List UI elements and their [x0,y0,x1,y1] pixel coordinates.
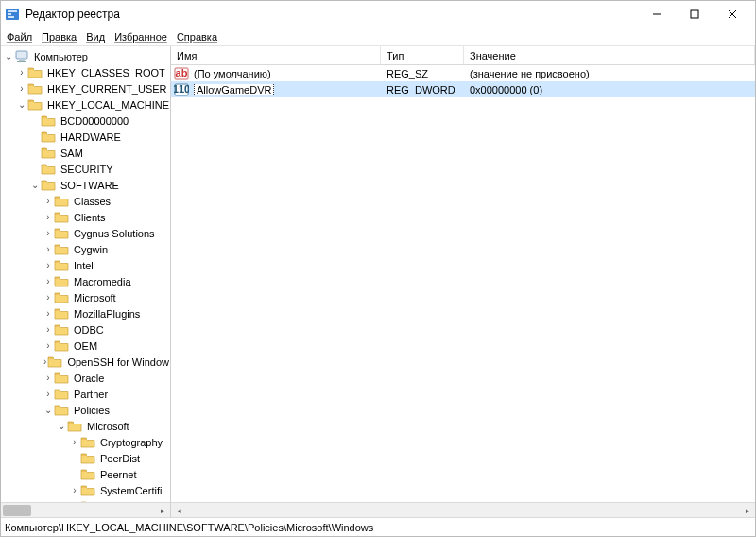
chevron-right-icon[interactable]: › [16,68,27,78]
tree-node[interactable]: ›Classes [1,193,170,209]
chevron-right-icon[interactable]: › [16,84,27,94]
chevron-right-icon[interactable]: › [69,438,80,447]
tree-node-label[interactable]: Cygwin [73,244,109,255]
app-window: Редактор реестра Файл Правка Вид Избранн… [0,0,756,537]
tree-node[interactable]: ›Peernet [1,466,170,482]
tree-node-label[interactable]: ODBC [73,324,105,336]
tree-node-label[interactable]: Cryptography [99,437,163,448]
tree-node[interactable]: ›MozillaPlugins [1,305,170,321]
titlebar[interactable]: Редактор реестра [1,1,755,27]
column-name[interactable]: Имя [171,46,381,64]
menu-help[interactable]: Справка [177,31,217,43]
tree-node-label[interactable]: Microsoft [73,292,117,303]
menu-favorites[interactable]: Избранное [114,31,167,43]
tree-node[interactable]: ›Partner [1,386,170,402]
chevron-down-icon[interactable]: ⌄ [29,181,41,190]
menu-edit[interactable]: Правка [42,31,77,43]
tree-node[interactable]: ›HKEY_CLASSES_ROOT [1,64,170,80]
tree-node[interactable]: ›Cygnus Solutions [1,225,170,241]
tree-node-label[interactable]: Policies [73,405,111,416]
tree-node[interactable]: ⌄Microsoft [1,418,170,434]
chevron-right-icon[interactable]: › [43,373,54,383]
tree-node[interactable]: ›Intel [1,257,170,273]
values-horizontal-scrollbar[interactable]: ◂▸ [171,502,755,517]
tree-node[interactable]: ›Clients [1,209,170,225]
tree-node[interactable]: ⌄Компьютер [1,48,170,64]
tree-node-label[interactable]: SOFTWARE [60,180,120,191]
values-header[interactable]: Имя Тип Значение [171,46,755,65]
chevron-down-icon[interactable]: ⌄ [16,100,27,110]
tree-node-label[interactable]: Microsoft [86,421,130,432]
tree-node[interactable]: ⌄Policies [1,402,170,418]
tree-node-label[interactable]: Oracle [73,372,105,384]
tree-node[interactable]: ›OEM [1,338,170,354]
chevron-right-icon[interactable]: › [43,261,54,270]
tree-node-label[interactable]: Classes [73,196,112,207]
tree-node[interactable]: ›SystemCertifi [1,482,170,498]
chevron-right-icon[interactable]: › [43,309,54,319]
menu-view[interactable]: Вид [86,31,105,43]
tree-node-label[interactable]: HKEY_CURRENT_USER [46,83,168,95]
tree-pane[interactable]: ⌄Компьютер›HKEY_CLASSES_ROOT›HKEY_CURREN… [1,46,171,517]
tree-horizontal-scrollbar[interactable]: ▸ [1,502,170,517]
tree-node[interactable]: ›SECURITY [1,161,170,177]
chevron-down-icon[interactable]: ⌄ [43,406,54,415]
tree-node[interactable]: ›Cygwin [1,241,170,257]
menu-file[interactable]: Файл [7,31,32,43]
chevron-right-icon[interactable]: › [69,486,80,495]
tree-node[interactable]: ›Oracle [1,370,170,386]
tree-node-label[interactable]: HARDWARE [60,131,122,143]
tree-node[interactable]: ›HARDWARE [1,129,170,145]
tree-node-label[interactable]: PeerDist [99,453,141,464]
tree-node[interactable]: ›BCD00000000 [1,113,170,129]
folder-icon [27,66,43,79]
value-row[interactable]: 110AllowGameDVRREG_DWORD0x00000000 (0) [171,81,755,97]
tree-node-label[interactable]: Intel [73,260,94,271]
chevron-right-icon[interactable]: › [43,213,54,222]
tree-node[interactable]: ›PeerDist [1,450,170,466]
tree-node[interactable]: ⌄HKEY_LOCAL_MACHINE [1,96,170,113]
chevron-right-icon[interactable]: › [43,245,54,254]
tree-node-label[interactable]: SECURITY [60,164,114,175]
chevron-down-icon[interactable]: ⌄ [56,422,67,431]
column-value[interactable]: Значение [464,46,755,64]
value-type: REG_SZ [381,68,464,79]
tree-node-label[interactable]: Macromedia [73,276,132,287]
chevron-right-icon[interactable]: › [43,325,54,335]
tree-node-label[interactable]: SAM [60,147,84,159]
tree-node-label[interactable]: HKEY_CLASSES_ROOT [46,67,166,78]
chevron-right-icon[interactable]: › [43,229,54,238]
maximize-button[interactable] [676,1,713,27]
tree-node[interactable]: ›Cryptography [1,434,170,450]
tree-node[interactable]: ›OpenSSH for Window [1,354,170,370]
folder-icon [80,436,95,449]
chevron-right-icon[interactable]: › [43,277,54,286]
minimize-button[interactable] [638,1,676,27]
tree-node-label[interactable]: SystemCertifi [99,485,163,496]
tree-node[interactable]: ›Macromedia [1,273,170,289]
tree-node-label[interactable]: Partner [73,389,109,400]
tree-node-label[interactable]: Peernet [99,469,138,480]
value-row[interactable]: ab(По умолчанию)REG_SZ(значение не присв… [171,65,755,81]
tree-node-label[interactable]: BCD00000000 [60,115,129,127]
tree-node[interactable]: ›ODBC [1,321,170,338]
chevron-right-icon[interactable]: › [43,197,54,206]
tree-node[interactable]: ›SAM [1,145,170,161]
tree-node-label[interactable]: HKEY_LOCAL_MACHINE [46,99,170,111]
tree-node-label[interactable]: MozillaPlugins [73,308,141,320]
tree-node[interactable]: ›HKEY_CURRENT_USER [1,80,170,96]
chevron-down-icon[interactable]: ⌄ [3,52,14,61]
tree-node-label[interactable]: OpenSSH for Window [66,356,170,368]
tree-node[interactable]: ›Microsoft [1,289,170,305]
tree-node[interactable]: ⌄SOFTWARE [1,177,170,193]
column-type[interactable]: Тип [381,46,464,64]
tree-node-label[interactable]: Cygnus Solutions [73,228,156,239]
tree-node-label[interactable]: Компьютер [33,51,89,62]
values-list[interactable]: ab(По умолчанию)REG_SZ(значение не присв… [171,65,755,502]
chevron-right-icon[interactable]: › [43,341,54,351]
close-button[interactable] [713,1,751,27]
chevron-right-icon[interactable]: › [43,390,54,399]
tree-node-label[interactable]: Clients [73,212,107,223]
tree-node-label[interactable]: OEM [73,340,98,352]
chevron-right-icon[interactable]: › [43,293,54,303]
